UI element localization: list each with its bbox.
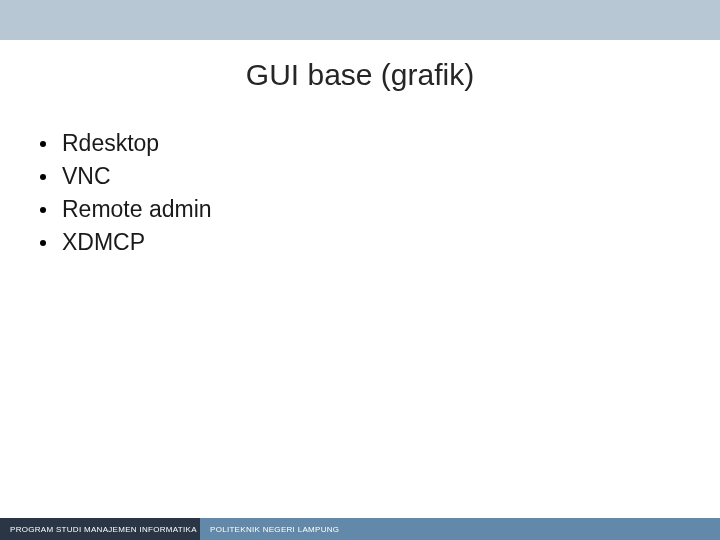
footer-institution-label: POLITEKNIK NEGERI LAMPUNG — [210, 525, 339, 534]
list-item: VNC — [40, 163, 720, 190]
footer-right: POLITEKNIK NEGERI LAMPUNG — [200, 518, 720, 540]
bullet-text: Rdesktop — [62, 130, 159, 157]
bullet-text: XDMCP — [62, 229, 145, 256]
bullet-icon — [40, 240, 46, 246]
header-bar — [0, 0, 720, 40]
footer-left: PROGRAM STUDI MANAJEMEN INFORMATIKA — [0, 518, 200, 540]
list-item: Remote admin — [40, 196, 720, 223]
bullet-text: VNC — [62, 163, 111, 190]
footer: PROGRAM STUDI MANAJEMEN INFORMATIKA POLI… — [0, 518, 720, 540]
content-area: Rdesktop VNC Remote admin XDMCP — [0, 102, 720, 256]
list-item: XDMCP — [40, 229, 720, 256]
bullet-text: Remote admin — [62, 196, 212, 223]
bullet-icon — [40, 207, 46, 213]
slide-title: GUI base (grafik) — [0, 58, 720, 92]
bullet-icon — [40, 141, 46, 147]
footer-program-label: PROGRAM STUDI MANAJEMEN INFORMATIKA — [10, 525, 197, 534]
title-area: GUI base (grafik) — [0, 40, 720, 102]
list-item: Rdesktop — [40, 130, 720, 157]
bullet-icon — [40, 174, 46, 180]
